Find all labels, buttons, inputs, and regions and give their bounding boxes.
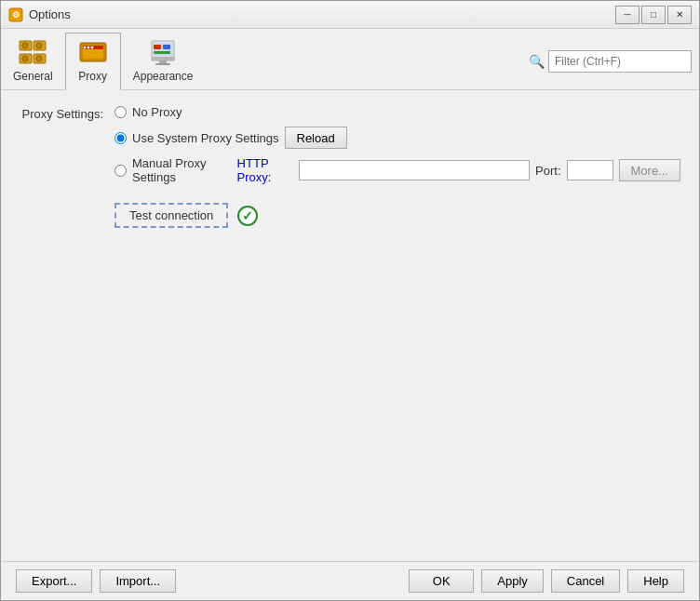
http-proxy-input[interactable] xyxy=(299,160,530,180)
appearance-icon xyxy=(148,37,178,67)
proxy-settings-label: Proxy Settings: xyxy=(20,105,103,121)
proxy-icon xyxy=(78,37,108,67)
svg-rect-22 xyxy=(154,45,161,49)
port-label: Port: xyxy=(535,164,560,178)
title-bar-controls: ─ □ ✕ xyxy=(615,6,692,24)
search-input[interactable] xyxy=(555,55,685,68)
export-button[interactable]: Export... xyxy=(16,569,92,593)
reload-button[interactable]: Reload xyxy=(285,127,347,149)
import-button[interactable]: Import... xyxy=(100,569,176,593)
svg-rect-20 xyxy=(159,60,167,63)
window-icon: ⚙ xyxy=(8,7,23,22)
window-title: Options xyxy=(29,7,71,21)
use-system-radio[interactable] xyxy=(114,132,127,144)
svg-rect-24 xyxy=(154,51,170,54)
search-box xyxy=(548,50,692,73)
footer-left: Export... Import... xyxy=(16,569,176,593)
svg-point-9 xyxy=(36,56,42,61)
help-button[interactable]: Help xyxy=(627,569,684,593)
proxy-settings-section: Proxy Settings: No Proxy Use System Prox… xyxy=(20,105,680,184)
use-system-row: Use System Proxy Settings Reload xyxy=(114,127,680,149)
svg-point-6 xyxy=(22,43,28,48)
svg-point-15 xyxy=(87,47,89,49)
svg-text:⚙: ⚙ xyxy=(12,10,20,20)
toolbar-search: 🔍 xyxy=(521,33,699,89)
no-proxy-radio[interactable] xyxy=(114,106,127,118)
main-content: Proxy Settings: No Proxy Use System Prox… xyxy=(1,90,699,561)
svg-rect-23 xyxy=(163,45,170,49)
manual-proxy-row: Manual Proxy Settings HTTP Proxy: Port: … xyxy=(114,156,680,184)
maximize-button[interactable]: □ xyxy=(641,6,666,24)
manual-proxy-label[interactable]: Manual Proxy Settings xyxy=(132,156,232,184)
no-proxy-row: No Proxy xyxy=(114,105,680,119)
title-bar-left: ⚙ Options xyxy=(8,7,71,22)
svg-rect-19 xyxy=(152,58,174,60)
http-proxy-label: HTTP Proxy: xyxy=(237,156,294,184)
proxy-options: No Proxy Use System Proxy Settings Reloa… xyxy=(114,105,680,184)
minimize-button[interactable]: ─ xyxy=(615,6,639,24)
port-input[interactable] xyxy=(567,160,613,180)
svg-point-14 xyxy=(83,47,86,49)
tab-appearance[interactable]: Appearance xyxy=(121,33,206,89)
close-button[interactable]: ✕ xyxy=(667,6,692,24)
tab-general-label: General xyxy=(13,70,53,83)
test-connection-button[interactable]: Test connection xyxy=(114,203,228,228)
apply-button[interactable]: Apply xyxy=(481,569,544,593)
tab-proxy-label: Proxy xyxy=(78,70,107,83)
tab-proxy[interactable]: Proxy xyxy=(65,33,121,90)
title-bar: ⚙ Options ─ □ ✕ xyxy=(1,1,699,29)
no-proxy-label[interactable]: No Proxy xyxy=(132,105,182,119)
more-button[interactable]: More... xyxy=(619,159,680,181)
cancel-button[interactable]: Cancel xyxy=(551,569,620,593)
svg-rect-21 xyxy=(155,63,170,65)
general-icon xyxy=(18,37,47,67)
toolbar: General Proxy xyxy=(1,29,699,90)
ok-button[interactable]: OK xyxy=(409,569,474,593)
footer: Export... Import... OK Apply Cancel Help xyxy=(1,561,699,600)
test-connection-area: Test connection ✓ xyxy=(114,203,680,228)
svg-point-16 xyxy=(90,47,93,49)
use-system-label[interactable]: Use System Proxy Settings xyxy=(132,131,279,145)
tab-general[interactable]: General xyxy=(1,33,65,89)
svg-point-7 xyxy=(36,43,42,48)
manual-proxy-radio[interactable] xyxy=(114,165,127,177)
connection-success-icon: ✓ xyxy=(237,206,258,226)
footer-right: OK Apply Cancel Help xyxy=(409,569,684,593)
options-window: ⚙ Options ─ □ ✕ xyxy=(0,0,700,601)
search-icon: 🔍 xyxy=(529,54,545,69)
svg-point-8 xyxy=(22,56,28,61)
tab-appearance-label: Appearance xyxy=(133,70,194,83)
